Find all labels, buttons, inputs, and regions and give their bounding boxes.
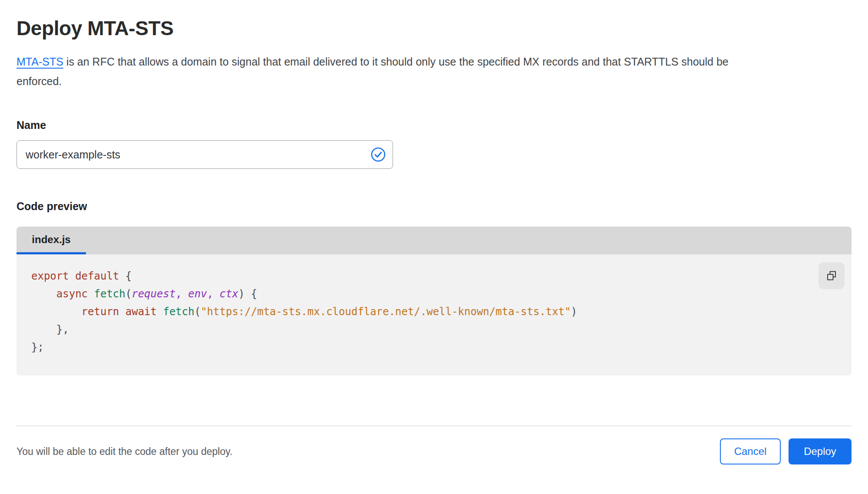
code-token: }, (31, 323, 69, 336)
code-token: ) (571, 306, 577, 318)
code-token: { (119, 270, 132, 282)
code-token (31, 306, 82, 318)
code-area: export default { async fetch(request, en… (17, 254, 851, 375)
code-token: await (125, 306, 157, 318)
code-token: "https://mta-sts.mx.cloudflare.net/.well… (201, 306, 571, 318)
code-token: ( (125, 288, 132, 300)
code-line: }, (31, 321, 812, 339)
footer-actions: Cancel Deploy (720, 438, 851, 464)
code-preview-block: index.js export default { async fetch(re… (17, 227, 851, 375)
name-input[interactable] (17, 140, 393, 169)
code-token (31, 288, 56, 300)
footer: You will be able to edit the code after … (17, 438, 851, 464)
code-token: default (75, 270, 119, 282)
code-line: return await fetch("https://mta-sts.mx.c… (31, 303, 812, 321)
code-token: }; (31, 341, 44, 353)
code-tab-bar: index.js (17, 227, 851, 254)
footer-divider (17, 425, 851, 426)
code-line: }; (31, 339, 812, 356)
code-token (119, 306, 125, 318)
name-label: Name (17, 119, 851, 132)
code-token: return (82, 306, 119, 318)
code-token: , (175, 288, 188, 300)
code-token (88, 288, 94, 300)
name-input-wrap (17, 140, 393, 169)
copy-icon (825, 270, 838, 282)
code-token: request (132, 288, 175, 300)
code-token: ctx (220, 288, 238, 300)
tab-index-js[interactable]: index.js (17, 227, 86, 254)
check-circle-icon (370, 147, 386, 162)
page-title: Deploy MTA-STS (17, 16, 851, 40)
code-token: , (207, 288, 220, 300)
description: MTA-STS is an RFC that allows a domain t… (17, 52, 746, 91)
code-line: async fetch(request, env, ctx) { (31, 285, 812, 303)
code-token: env (188, 288, 207, 300)
code-preview-label: Code preview (17, 200, 851, 213)
code-token: export (31, 270, 69, 282)
deploy-button[interactable]: Deploy (789, 438, 851, 464)
deploy-mta-sts-page: Deploy MTA-STS MTA-STS is an RFC that al… (0, 0, 868, 464)
cancel-button[interactable]: Cancel (720, 438, 781, 464)
code-token: ) { (238, 288, 257, 300)
code-token: fetch (94, 288, 125, 300)
code-token (157, 306, 163, 318)
footer-note: You will be able to edit the code after … (17, 446, 232, 458)
copy-code-button[interactable] (818, 262, 845, 289)
mta-sts-link[interactable]: MTA-STS (17, 56, 63, 68)
code-line: export default { (31, 267, 812, 285)
code-token (69, 270, 75, 282)
code-token: async (56, 288, 88, 300)
code-token: ( (195, 306, 201, 318)
code-lines: export default { async fetch(request, en… (31, 267, 812, 356)
description-text: is an RFC that allows a domain to signal… (17, 56, 729, 87)
code-token: fetch (163, 306, 194, 318)
